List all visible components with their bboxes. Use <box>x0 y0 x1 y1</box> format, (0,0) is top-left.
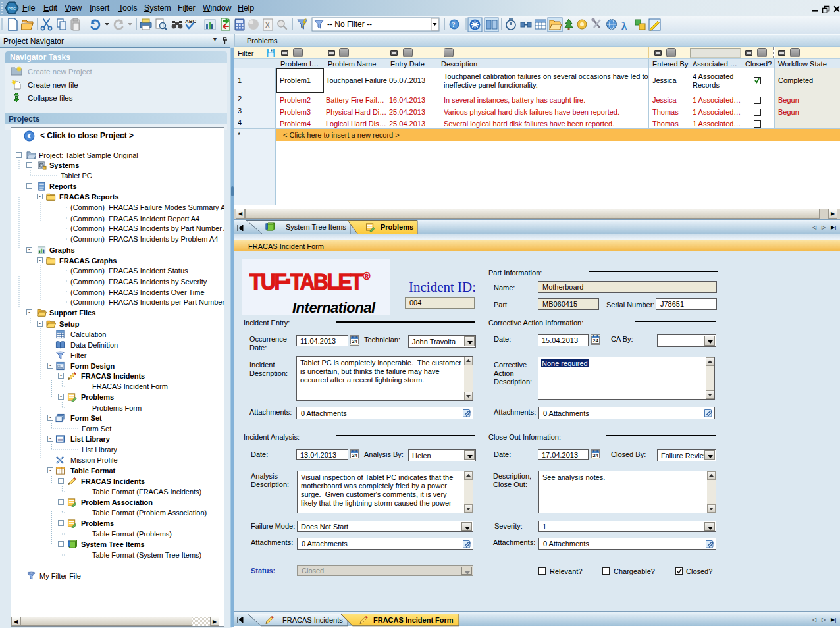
svg-text:λ: λ <box>621 20 627 32</box>
svg-text:24: 24 <box>593 452 599 458</box>
svg-text:?: ? <box>452 21 456 28</box>
svg-text:24: 24 <box>352 338 358 344</box>
svg-text:-- No Filter --: -- No Filter -- <box>327 20 372 29</box>
svg-text:ABC: ABC <box>185 18 197 24</box>
svg-text:24: 24 <box>593 338 599 344</box>
svg-text:X: X <box>265 22 270 29</box>
svg-text:24: 24 <box>352 452 358 458</box>
svg-text:PTC: PTC <box>8 7 16 11</box>
